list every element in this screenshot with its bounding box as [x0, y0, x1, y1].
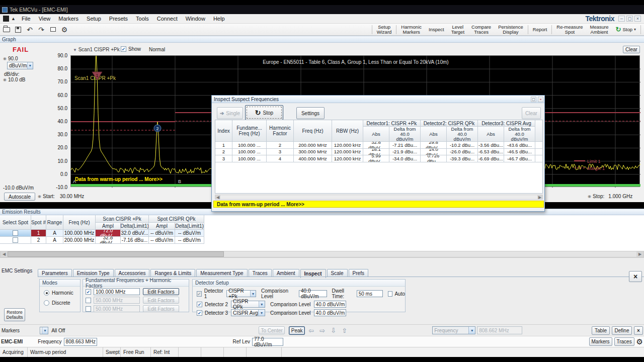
gear-icon[interactable]: ⚙: [636, 337, 643, 346]
scroll-left-icon[interactable]: ◀: [215, 195, 220, 199]
dialog-warmup-banner[interactable]: Data from warm-up period ... More>>: [213, 201, 544, 208]
inspect-cell[interactable]: -34.0 dBu...: [389, 155, 421, 162]
inspect-cell[interactable]: 5.99 dBuV...: [363, 155, 389, 162]
inspect-cell[interactable]: 3: [267, 149, 294, 156]
comparison-level-field[interactable]: 40.0 dBuV/m: [299, 290, 327, 297]
inspect-cell[interactable]: 100.000 ...: [232, 155, 267, 162]
toolbar-stop-button[interactable]: ↻Stop▾: [612, 24, 639, 35]
edit-factors-button[interactable]: Edit Factors: [143, 305, 179, 312]
graph-clear-button[interactable]: Clear: [623, 46, 640, 53]
inspect-cell[interactable]: 32.8 dBuV...: [363, 142, 389, 149]
checkbox-icon[interactable]: [13, 237, 18, 243]
menu-setup[interactable]: Setup: [83, 15, 105, 23]
toolbar-setup-wizard-button[interactable]: Setup Wizard: [373, 24, 395, 35]
autoscale-button[interactable]: Autoscale: [4, 193, 35, 201]
show-checkbox[interactable]: Show: [121, 46, 141, 52]
dialog-clear-button[interactable]: Clear: [522, 107, 541, 119]
inspect-cell[interactable]: 300.000 MHz: [294, 149, 332, 156]
settings-gear-icon[interactable]: ⚙: [59, 25, 69, 35]
open-icon[interactable]: [2, 25, 12, 35]
undo-icon[interactable]: ↶: [25, 25, 35, 35]
dialog-hscrollbar[interactable]: ◀ ▶: [215, 195, 543, 200]
restore-defaults-button[interactable]: Restore Defaults: [4, 308, 25, 321]
inspect-cell[interactable]: -6.53 dBu...: [478, 149, 504, 156]
marker-freq-value[interactable]: 808.662 MHz: [477, 326, 522, 334]
menu-markers[interactable]: Markers: [54, 15, 83, 23]
marker-down-icon[interactable]: ⇩: [329, 326, 338, 335]
redo-icon[interactable]: ↷: [36, 25, 46, 35]
eject-icon[interactable]: ▲: [11, 16, 16, 21]
dialog-restore-icon[interactable]: ◻: [531, 97, 536, 102]
toolbar-re-measure-spot-button[interactable]: Re-measure Spot: [553, 24, 586, 35]
checkbox-icon[interactable]: [86, 306, 91, 312]
define-button[interactable]: Define: [612, 326, 632, 335]
fundamental-freq-field[interactable]: 50.000 MHz: [94, 297, 140, 304]
inspect-cell[interactable]: 3: [215, 155, 232, 162]
dialog-settings-button[interactable]: Settings: [296, 107, 325, 119]
marker-freq-combo[interactable]: Frequency▾: [432, 326, 475, 334]
checkbox-icon[interactable]: [86, 289, 91, 295]
inspect-cell[interactable]: 14.0 dBuV...: [421, 149, 447, 156]
toolbar-inspect-button[interactable]: Inspect: [425, 24, 448, 35]
table-button[interactable]: Table: [592, 326, 610, 335]
comparison-level-field[interactable]: 40.0 dBuV/m: [314, 301, 346, 308]
inspect-cell[interactable]: -43.6 dBu...: [504, 142, 535, 149]
tab-emission-type[interactable]: Emission Type: [73, 269, 114, 277]
inspect-cell[interactable]: -6.69 dBu...: [478, 155, 504, 162]
inspect-cell[interactable]: 1: [215, 142, 232, 149]
menu-view[interactable]: View: [35, 15, 55, 23]
detector-type-combo[interactable]: CISPR QPk▾: [231, 301, 265, 308]
edit-factors-button[interactable]: Edit Factors: [143, 297, 179, 304]
emission-hscrollbar[interactable]: ◀ ▶: [0, 251, 644, 257]
edit-factors-button[interactable]: Edit Factors: [143, 288, 179, 295]
trace-mode-label[interactable]: Normal: [149, 47, 165, 52]
ref-level-control[interactable]: ◉ 90.0: [3, 56, 18, 61]
fundamental-freq-field[interactable]: 100.000 MHz: [94, 288, 140, 295]
detector-type-combo[interactable]: CISPR Avg▾: [231, 309, 265, 316]
tab-accessories[interactable]: Accessories: [115, 269, 150, 277]
mdi-child-icon[interactable]: [3, 16, 9, 22]
inspect-cell[interactable]: 0.726 dBu...: [421, 155, 447, 162]
inspect-cell[interactable]: 120.000 kHz: [332, 155, 363, 162]
inspect-cell[interactable]: -46.7 dBu...: [504, 155, 535, 162]
inspect-cell[interactable]: 100.000 ...: [232, 149, 267, 156]
start-frequency-control[interactable]: ◉ Start: 30.00 MHz: [38, 194, 84, 199]
minimize-button[interactable]: –: [618, 16, 625, 22]
db-div-control[interactable]: ◉ 10.0 dB: [3, 77, 25, 82]
emc-settings-close-button[interactable]: ×: [629, 271, 642, 282]
marker-up-icon[interactable]: ⇧: [340, 326, 349, 335]
toolbar-level-target-button[interactable]: Level Target: [448, 24, 468, 35]
frequency-field[interactable]: 808.663 MHz: [64, 338, 97, 346]
inspect-cell[interactable]: 2: [267, 142, 294, 149]
save-icon[interactable]: [13, 25, 23, 35]
close-button[interactable]: ×: [634, 16, 641, 22]
checkbox-icon[interactable]: [197, 310, 202, 316]
tab-traces[interactable]: Traces: [249, 269, 272, 277]
harmonics-table[interactable]: IndexFundame... Freq (Hz)Harmonic Factor…: [215, 120, 543, 194]
menu-window[interactable]: Window: [182, 15, 209, 23]
detector-type-combo[interactable]: CISPR +Pk▾: [226, 290, 256, 297]
tab-measurement-type[interactable]: Measurement Type: [196, 269, 247, 277]
tab-parameters[interactable]: Parameters: [38, 269, 72, 277]
fundamental-freq-field[interactable]: 50.000 MHz: [94, 305, 140, 312]
inspect-cell[interactable]: -26.0 dBu...: [447, 149, 478, 156]
scroll-right-icon[interactable]: ▶: [636, 251, 643, 257]
marker-left-icon[interactable]: ⇦: [306, 326, 316, 335]
dwell-time-field[interactable]: 50 ms: [357, 290, 383, 297]
restore-button[interactable]: ◻: [626, 16, 633, 22]
scroll-thumb[interactable]: [8, 251, 224, 257]
tab-prefs[interactable]: Prefs: [349, 269, 368, 277]
markers-panel-button[interactable]: Markers: [589, 337, 612, 346]
checkbox-icon[interactable]: [86, 298, 91, 303]
comparison-level-field[interactable]: 40.0 dBuV/m: [314, 309, 346, 316]
tab-ambient[interactable]: Ambient: [273, 269, 299, 277]
select-spot-cell[interactable]: [0, 237, 31, 244]
harmonic-radio[interactable]: Harmonic: [40, 287, 80, 296]
scroll-right-icon[interactable]: ▶: [537, 195, 542, 199]
checkbox-icon[interactable]: [197, 302, 202, 307]
toolbar-report-button[interactable]: Report: [529, 24, 551, 35]
inspect-cell[interactable]: -3.56 dBu...: [478, 142, 504, 149]
to-center-button[interactable]: To Center: [259, 326, 285, 334]
checkbox-icon[interactable]: [197, 291, 202, 297]
stop-button[interactable]: ↻ Stop: [245, 105, 283, 120]
